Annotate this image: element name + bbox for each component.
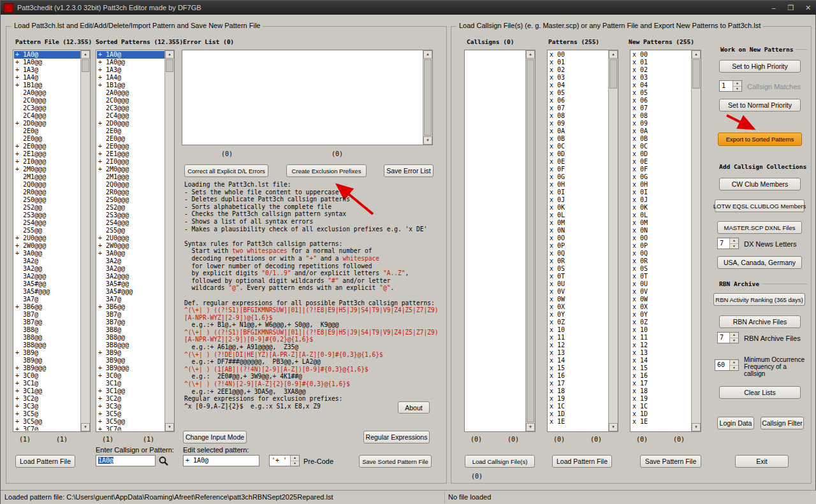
list-item[interactable]: 3A2@ <box>97 257 164 265</box>
precode-stepper[interactable]: '+ ' ▲▼ <box>269 455 300 466</box>
list-item[interactable]: x 0Y <box>631 311 691 319</box>
list-item[interactable]: x 0N <box>631 227 691 234</box>
list-item[interactable]: x 0M <box>548 219 608 227</box>
list-item[interactable]: x 13 <box>631 349 691 357</box>
list-item[interactable]: + 3C3@ <box>14 403 80 410</box>
list-item[interactable]: x 09 <box>631 120 691 127</box>
list-item[interactable]: 3B9@@ <box>97 357 164 364</box>
list-item[interactable]: 2S0@@@ <box>14 196 80 204</box>
correct-errors-button[interactable]: Correct all Explicit D/L Errors <box>184 164 268 177</box>
list-item[interactable]: x 1D <box>631 410 691 418</box>
list-item[interactable]: 2A0@@@ <box>14 89 80 97</box>
list-item[interactable]: 2S3@@@ <box>97 212 164 219</box>
list-item[interactable]: + 2M0@@@ <box>97 166 164 173</box>
scroll-down-icon[interactable]: ▼ <box>81 423 90 431</box>
list-item[interactable]: x 02 <box>631 66 691 74</box>
list-item[interactable]: x 0X <box>631 303 691 311</box>
list-item[interactable]: x 12 <box>631 342 691 349</box>
list-item[interactable]: x 01 <box>631 59 691 66</box>
list-item[interactable]: x 0O <box>548 234 608 242</box>
rbn-archive-files-button[interactable]: RBN Archive Files <box>719 315 801 328</box>
list-item[interactable]: + 3B9@@@ <box>97 364 164 372</box>
list-item[interactable]: x 0P <box>548 242 608 250</box>
list-item[interactable]: x 19 <box>631 395 691 403</box>
list-item[interactable]: + 2E0@@@ <box>97 143 164 150</box>
list-item[interactable]: x 0J <box>548 196 608 204</box>
list-item[interactable]: x 00 <box>548 51 608 59</box>
list-item[interactable]: + 3C1@@ <box>14 387 80 395</box>
list-item[interactable]: 2C0@@@ <box>97 97 164 104</box>
list-item[interactable]: + 3C5@ <box>14 410 80 418</box>
list-item[interactable]: + 1A3@ <box>14 66 80 74</box>
list-item[interactable]: x 0H <box>548 181 608 189</box>
list-item[interactable]: x 07 <box>548 104 608 112</box>
close-icon[interactable]: ✕ <box>799 1 816 15</box>
list-item[interactable]: x 03 <box>631 74 691 82</box>
list-item[interactable]: + 2I0@@@ <box>14 158 80 166</box>
stepper-up-icon[interactable]: ▲ <box>733 81 741 87</box>
list-item[interactable]: 2Q0@@@ <box>97 181 164 189</box>
list-item[interactable]: x 08 <box>548 112 608 120</box>
list-item[interactable]: x 0I <box>631 189 691 196</box>
list-item[interactable]: 2S2@@ <box>14 204 80 212</box>
list-item[interactable]: x 11 <box>631 334 691 342</box>
scrollbar[interactable]: ▲ ▼ <box>423 50 432 145</box>
stepper-up-icon[interactable]: ▲ <box>730 360 738 366</box>
list-item[interactable]: x 0S <box>631 265 691 273</box>
enter-callsign-input[interactable]: 1A0@ <box>96 455 156 466</box>
list-item[interactable]: x 0Z <box>631 319 691 326</box>
list-item[interactable]: x 0S <box>548 265 608 273</box>
list-item[interactable]: + 2M0@@@ <box>14 166 80 173</box>
list-item[interactable]: x 18 <box>631 387 691 395</box>
list-item[interactable]: x 0T <box>631 273 691 280</box>
list-item[interactable]: + 3A0@@ <box>14 250 80 257</box>
load-pattern-file-button-left[interactable]: Load Pattern File <box>15 455 75 468</box>
stepper-down-icon[interactable]: ▼ <box>730 244 738 249</box>
lotw-eqsl-clublog-button[interactable]: LOTW EQSL CLUBLOG Members <box>715 199 805 212</box>
list-item[interactable]: 2C3@@@ <box>14 104 80 112</box>
list-item[interactable]: + 3B6@@ <box>97 303 164 311</box>
list-item[interactable]: + 2E1@@@ <box>97 150 164 158</box>
list-item[interactable]: + 1A0@ <box>14 51 80 59</box>
list-item[interactable]: x 0C <box>631 143 691 150</box>
list-item[interactable]: x 14 <box>548 357 608 364</box>
pattern-file-list[interactable]: + 1A0@+ 1A0@@+ 1A3@+ 1A4@+ 1B1@@ 2A0@@@ … <box>14 51 80 431</box>
list-item[interactable]: x 04 <box>548 82 608 89</box>
sorted-patterns-list[interactable]: + 1A0@+ 1A0@@+ 1A3@+ 1A4@+ 1B1@@ 2A0@@@ … <box>97 51 164 431</box>
list-item[interactable]: 2M1@@@ <box>97 173 164 181</box>
callsigns-list[interactable] <box>465 51 525 431</box>
load-callsign-files-button[interactable]: Load Callsign File(s) <box>465 455 535 468</box>
save-error-list-button[interactable]: Save Error List <box>384 164 433 177</box>
list-item[interactable]: x 05 <box>631 89 691 97</box>
list-item[interactable]: 2A0@@@ <box>97 89 164 97</box>
list-item[interactable]: 2S3@@@ <box>14 212 80 219</box>
list-item[interactable]: 3B8@@@ <box>14 342 80 349</box>
error-list[interactable] <box>183 51 423 144</box>
list-item[interactable]: 2S4@@@ <box>14 219 80 227</box>
list-item[interactable]: x 0B <box>631 135 691 143</box>
list-item[interactable]: 3B7@@ <box>97 319 164 326</box>
list-item[interactable]: + 3C2@ <box>14 395 80 403</box>
list-item[interactable]: x 0C <box>548 143 608 150</box>
list-item[interactable]: x 0K <box>548 204 608 212</box>
scrollbar-thumb[interactable] <box>527 59 534 422</box>
list-item[interactable]: 2C0@@@ <box>14 97 80 104</box>
save-sorted-pattern-file-button[interactable]: Save Sorted Pattern File <box>359 455 432 468</box>
list-item[interactable]: 2E0@ <box>97 127 164 135</box>
list-item[interactable]: 3A2@@ <box>14 265 80 273</box>
list-item[interactable]: 3B8@ <box>14 326 80 334</box>
stepper-up-icon[interactable]: ▲ <box>730 333 738 338</box>
stepper-down-icon[interactable]: ▼ <box>733 87 741 92</box>
list-item[interactable]: + 1A4@ <box>14 74 80 82</box>
list-item[interactable]: 2C3@@@ <box>97 104 164 112</box>
list-item[interactable]: x 11 <box>548 334 608 342</box>
list-item[interactable]: + 3A0@@ <box>97 250 164 257</box>
rbn-archive-files-stepper[interactable]: 7 ▲▼ <box>717 332 739 343</box>
list-item[interactable]: 2S0@@@ <box>97 196 164 204</box>
list-item[interactable]: x 14 <box>631 357 691 364</box>
scrollbar-thumb[interactable] <box>692 59 700 89</box>
list-item[interactable]: 3C1@ <box>97 380 164 387</box>
list-item[interactable]: + 1B1@@ <box>14 82 80 89</box>
list-item[interactable]: x 0Z <box>548 319 608 326</box>
regular-expressions-button[interactable]: Regular Expressions <box>363 431 430 443</box>
